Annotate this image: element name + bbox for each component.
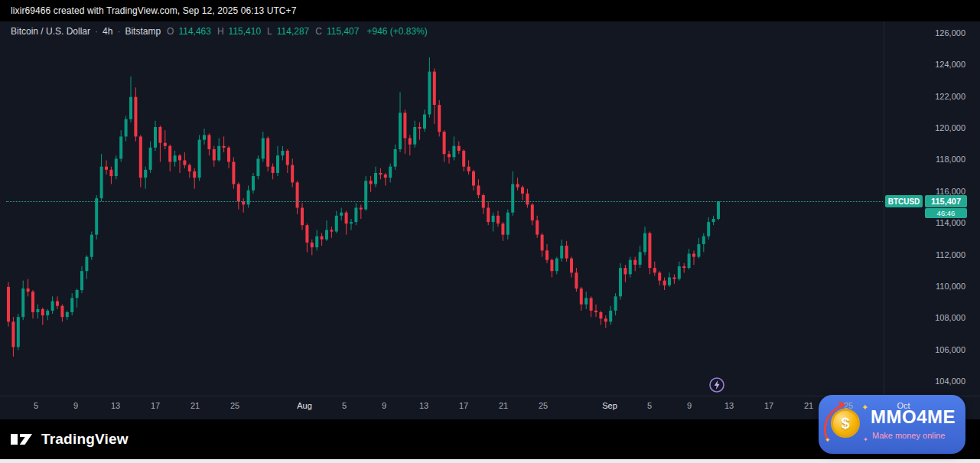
close-label: C — [315, 26, 322, 37]
time-tick-label: Aug — [288, 401, 321, 410]
time-tick-label: 13 — [712, 401, 746, 410]
time-tick-label: 13 — [99, 401, 132, 410]
low-label: L — [267, 26, 272, 37]
tradingview-wordmark[interactable]: TradingView — [41, 431, 129, 448]
price-tick-label: 116,000 — [889, 187, 965, 196]
time-tick-label: 17 — [138, 401, 172, 410]
banner-subtitle: Make money online — [872, 431, 945, 440]
price-tick-label: 106,000 — [889, 345, 965, 354]
time-tick-label: 25 — [832, 401, 865, 410]
time-tick-label: 9 — [367, 401, 401, 410]
price-tick-label: 124,000 — [889, 60, 965, 69]
open-label: O — [167, 26, 174, 37]
time-tick-label: 21 — [792, 401, 825, 410]
time-tick-label: Oct — [887, 401, 920, 410]
time-tick-label: 5 — [19, 401, 53, 410]
attribution-bar: lixir69466 created with TradingView.com,… — [0, 0, 980, 21]
star-icon: ✦ — [863, 436, 868, 443]
low-value: 114,287 — [277, 26, 310, 37]
price-tick-label: 118,000 — [889, 155, 965, 164]
bar-countdown-badge: 46:46 — [925, 208, 967, 218]
price-tick-label: 108,000 — [889, 313, 965, 322]
time-tick-label: 9 — [59, 401, 93, 410]
time-tick-label: 5 — [327, 401, 361, 410]
separator-dot: · — [95, 26, 98, 37]
bottom-strip — [0, 459, 980, 463]
price-axis-separator — [884, 21, 884, 396]
separator-dot: · — [117, 26, 120, 37]
last-price-badge: 115,407 — [925, 195, 967, 207]
time-tick-label: 25 — [526, 401, 560, 410]
time-tick-label: 25 — [218, 401, 252, 410]
high-value: 115,410 — [229, 26, 262, 37]
price-tick-label: 104,000 — [889, 377, 965, 386]
time-tick-label: 9 — [672, 401, 706, 410]
price-tick-label: 126,000 — [889, 28, 965, 37]
interval-label: 4h — [103, 26, 112, 37]
open-value: 114,463 — [178, 26, 211, 37]
change-value: +946 (+0.83%) — [366, 26, 427, 37]
tradingview-chart-snapshot: lixir69466 created with TradingView.com,… — [0, 0, 980, 463]
time-tick-label: 13 — [407, 401, 441, 410]
price-tick-label: 110,000 — [889, 282, 965, 291]
price-tick-label: 114,000 — [889, 218, 965, 227]
chart-legend[interactable]: Bitcoin / U.S. Dollar · 4h · Bitstamp O … — [11, 26, 428, 37]
close-value: 115,407 — [327, 26, 360, 37]
dollar-coin-icon: $ — [831, 409, 860, 438]
time-tick-label: 21 — [178, 401, 212, 410]
symbol-price-badge: BTCUSD — [885, 195, 923, 207]
lightning-marker-icon[interactable] — [708, 377, 725, 393]
exchange-label: Bitstamp — [125, 26, 161, 37]
price-tick-label: 120,000 — [889, 123, 965, 132]
attribution-text: lixir69466 created with TradingView.com,… — [11, 5, 297, 16]
time-tick-label: 21 — [487, 401, 520, 410]
tradingview-logo-icon[interactable] — [9, 430, 35, 448]
time-tick-label: 5 — [633, 401, 666, 410]
time-tick-label: 17 — [752, 401, 786, 410]
price-tick-label: 122,000 — [889, 92, 965, 101]
star-icon: ✦ — [825, 436, 831, 444]
last-price-line — [6, 201, 883, 202]
symbol-title: Bitcoin / U.S. Dollar — [11, 26, 90, 37]
price-tick-label: 112,000 — [889, 250, 965, 259]
time-tick-label: Sep — [593, 401, 627, 410]
time-tick-label: 17 — [447, 401, 480, 410]
high-label: H — [217, 26, 224, 37]
candlestick-chart[interactable] — [0, 0, 980, 419]
